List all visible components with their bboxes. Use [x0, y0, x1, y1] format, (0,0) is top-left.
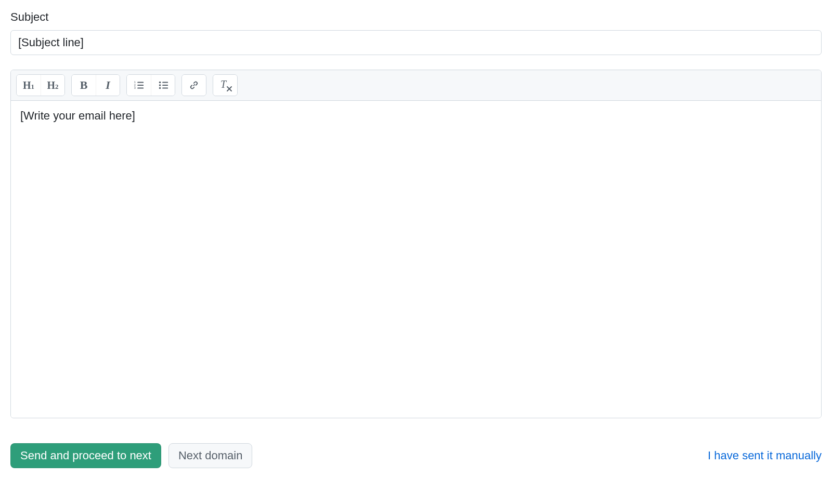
editor-wrapper: H1 H2 B I — [10, 70, 822, 418]
ordered-list-button[interactable]: 1 2 3 — [127, 75, 151, 96]
toolbar-group-link — [181, 74, 206, 96]
email-body-editor[interactable]: [Write your email here] — [11, 101, 821, 418]
sent-manually-link[interactable]: I have sent it manually — [708, 449, 822, 462]
svg-rect-0 — [137, 82, 144, 83]
svg-point-6 — [159, 82, 161, 84]
toolbar-group-headings: H1 H2 — [16, 74, 65, 96]
svg-point-8 — [159, 87, 161, 89]
toolbar-group-format: B I — [71, 74, 120, 96]
toolbar-group-lists: 1 2 3 — [126, 74, 175, 96]
heading-1-icon: H1 — [23, 80, 34, 90]
italic-button[interactable]: I — [96, 75, 120, 96]
unordered-list-icon — [158, 79, 169, 91]
svg-rect-10 — [162, 85, 168, 86]
svg-rect-11 — [162, 88, 168, 89]
toolbar-group-clear: T — [213, 74, 238, 96]
next-domain-button[interactable]: Next domain — [168, 443, 253, 468]
svg-text:3: 3 — [134, 86, 136, 89]
editor-toolbar: H1 H2 B I — [11, 70, 821, 101]
heading-2-icon: H2 — [47, 80, 58, 90]
italic-icon: I — [106, 79, 110, 91]
heading-1-button[interactable]: H1 — [17, 75, 41, 96]
heading-2-button[interactable]: H2 — [41, 75, 64, 96]
bold-button[interactable]: B — [72, 75, 96, 96]
unordered-list-button[interactable] — [151, 75, 175, 96]
link-icon — [188, 79, 200, 91]
actions-row: Send and proceed to next Next domain I h… — [10, 443, 822, 468]
subject-input[interactable] — [10, 30, 822, 55]
subject-label: Subject — [10, 10, 822, 24]
bold-icon: B — [80, 79, 88, 91]
send-and-proceed-button[interactable]: Send and proceed to next — [10, 443, 161, 468]
svg-rect-1 — [137, 85, 144, 86]
svg-point-7 — [159, 84, 161, 86]
svg-rect-2 — [137, 88, 144, 89]
ordered-list-icon: 1 2 3 — [133, 79, 145, 91]
svg-rect-9 — [162, 82, 168, 83]
link-button[interactable] — [182, 75, 206, 96]
clear-formatting-icon: T — [219, 79, 231, 91]
clear-formatting-button[interactable]: T — [213, 75, 237, 96]
